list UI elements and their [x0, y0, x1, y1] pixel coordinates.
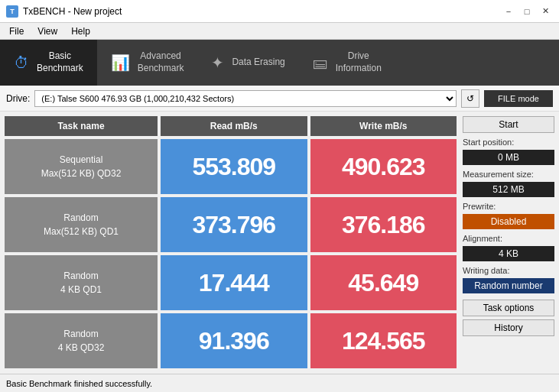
task-label-random-512: RandomMax(512 KB) QD1	[5, 197, 158, 252]
drive-label: Drive:	[6, 93, 30, 104]
read-value-random-512: 373.796	[161, 197, 307, 252]
measurement-size-value: 512 MB	[463, 182, 554, 197]
close-button[interactable]: ✕	[538, 5, 553, 18]
read-value-random-4k-qd32: 91.396	[161, 313, 307, 368]
task-options-button[interactable]: Task options	[463, 300, 554, 316]
toolbar: ⏱ BasicBenchmark 📊 AdvancedBenchmark ✦ D…	[0, 40, 559, 86]
status-text: Basic Benchmark finished successfully.	[6, 379, 152, 388]
task-label-random-4k-qd1: Random4 KB QD1	[5, 255, 158, 310]
table-row: RandomMax(512 KB) QD1 373.796 376.186	[5, 197, 457, 252]
table-row: SequentialMax(512 KB) QD32 553.809 490.6…	[5, 139, 457, 194]
status-bar: Basic Benchmark finished successfully.	[0, 374, 559, 392]
alignment-label: Alignment:	[463, 234, 554, 243]
menu-help[interactable]: Help	[65, 24, 96, 38]
drive-bar: Drive: (E:) Talse S600 476.93 GB (1,000,…	[0, 86, 559, 112]
col-header-write: Write mB/s	[310, 116, 457, 136]
drive-select[interactable]: (E:) Talse S600 476.93 GB (1,000,210,432…	[34, 90, 457, 107]
task-label-sequential: SequentialMax(512 KB) QD32	[5, 139, 158, 194]
col-header-task: Task name	[5, 116, 158, 136]
advanced-benchmark-label: AdvancedBenchmark	[138, 50, 184, 74]
file-mode-button[interactable]: FILE mode	[484, 90, 553, 107]
sidebar: Start Start position: 0 MB Measurement s…	[463, 116, 554, 369]
table-row: Random4 KB QD1 17.444 45.649	[5, 255, 457, 310]
table-header: Task name Read mB/s Write mB/s	[5, 116, 457, 136]
data-erasing-icon: ✦	[211, 53, 224, 72]
main-content: Task name Read mB/s Write mB/s Sequentia…	[0, 112, 559, 374]
toolbar-basic-benchmark[interactable]: ⏱ BasicBenchmark	[0, 40, 97, 86]
menu-bar: File View Help	[0, 23, 559, 40]
alignment-value: 4 KB	[463, 246, 554, 261]
advanced-benchmark-icon: 📊	[111, 53, 130, 72]
toolbar-drive-information[interactable]: 🖴 DriveInformation	[299, 40, 395, 86]
menu-view[interactable]: View	[31, 24, 63, 38]
history-button[interactable]: History	[463, 319, 554, 336]
benchmark-table: Task name Read mB/s Write mB/s Sequentia…	[5, 116, 457, 369]
prewrite-label: Prewrite:	[463, 202, 554, 211]
toolbar-data-erasing[interactable]: ✦ Data Erasing	[197, 40, 298, 86]
maximize-button[interactable]: □	[519, 5, 535, 18]
app-icon: T	[6, 5, 18, 18]
start-position-value: 0 MB	[463, 150, 554, 165]
menu-file[interactable]: File	[3, 24, 30, 38]
window-title: TxBENCH - New project	[23, 6, 501, 17]
drive-refresh-button[interactable]: ↺	[461, 89, 479, 108]
title-bar: T TxBENCH - New project − □ ✕	[0, 0, 559, 23]
read-value-sequential: 553.809	[161, 139, 307, 194]
basic-benchmark-label: BasicBenchmark	[37, 50, 83, 74]
drive-information-label: DriveInformation	[336, 50, 382, 74]
write-value-sequential: 490.623	[310, 139, 457, 194]
window-controls: − □ ✕	[501, 5, 553, 18]
measurement-size-label: Measurement size:	[463, 170, 554, 179]
table-row: Random4 KB QD32 91.396 124.565	[5, 313, 457, 368]
drive-information-icon: 🖴	[313, 54, 328, 72]
prewrite-value: Disabled	[463, 214, 554, 229]
writing-data-label: Writing data:	[463, 266, 554, 275]
write-value-random-512: 376.186	[310, 197, 457, 252]
basic-benchmark-icon: ⏱	[14, 54, 29, 72]
task-label-random-4k-qd32: Random4 KB QD32	[5, 313, 158, 368]
start-position-label: Start position:	[463, 138, 554, 147]
read-value-random-4k-qd1: 17.444	[161, 255, 307, 310]
write-value-random-4k-qd32: 124.565	[310, 313, 457, 368]
write-value-random-4k-qd1: 45.649	[310, 255, 457, 310]
data-erasing-label: Data Erasing	[232, 57, 284, 69]
start-button[interactable]: Start	[463, 116, 554, 133]
minimize-button[interactable]: −	[501, 5, 516, 18]
toolbar-advanced-benchmark[interactable]: 📊 AdvancedBenchmark	[97, 40, 198, 86]
col-header-read: Read mB/s	[161, 116, 307, 136]
writing-data-value: Random number	[463, 278, 554, 293]
